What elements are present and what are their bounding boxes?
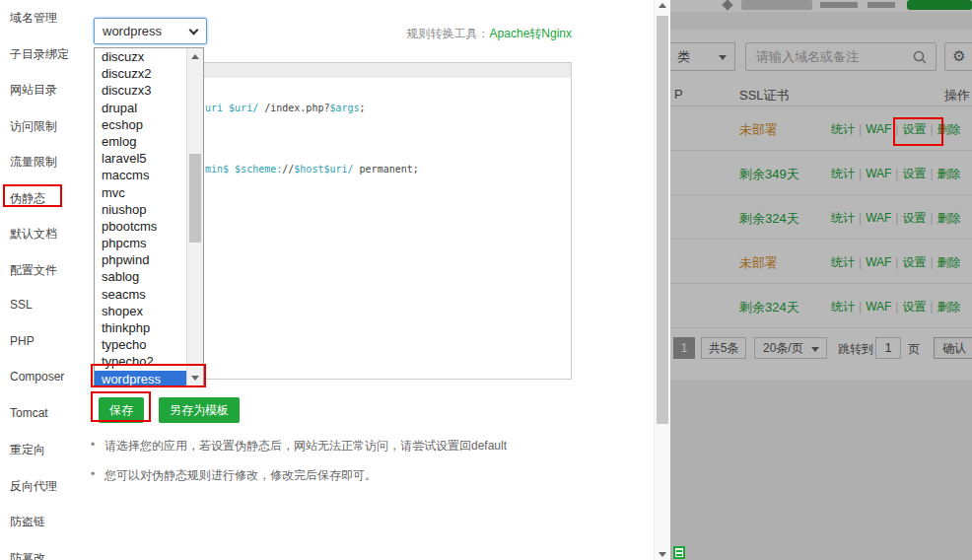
sidebar-item-access[interactable]: 访问限制 xyxy=(10,118,83,136)
sidebar-item-tamperproof[interactable]: 防篡改 xyxy=(10,550,83,560)
dropdown-option[interactable]: thinkphp xyxy=(95,319,186,336)
code-first-line-highlight xyxy=(181,63,571,78)
sidebar-item-default-doc[interactable]: 默认文档 xyxy=(10,226,83,244)
sidebar-item-rewrite[interactable]: 伪静态 xyxy=(10,190,83,208)
sidebar-item-composer[interactable]: Composer xyxy=(10,370,83,387)
dropdown-option[interactable]: phpwind xyxy=(95,251,186,268)
dropdown-option[interactable]: shopex xyxy=(95,303,186,319)
save-button[interactable]: 保存 xyxy=(99,397,144,423)
dropdown-option[interactable]: phpcms xyxy=(95,235,186,251)
dropdown-option[interactable]: laravel5 xyxy=(95,150,186,167)
helper-widget-icon[interactable] xyxy=(673,546,685,559)
dropdown-option[interactable]: sablog xyxy=(95,268,186,285)
sidebar-item-proxy[interactable]: 反向代理 xyxy=(10,478,83,496)
sidebar-item-subdir[interactable]: 子目录绑定 xyxy=(10,46,83,64)
apache-to-nginx-link[interactable]: Apache转Nginx xyxy=(490,27,572,40)
save-as-template-button[interactable]: 另存为模板 xyxy=(159,397,240,423)
site-settings-modal: 域名管理 子目录绑定 网站目录 访问限制 流量限制 伪静态 默认文档 配置文件 … xyxy=(0,0,670,560)
dropdown-option[interactable]: typecho2 xyxy=(95,353,186,370)
app-dropdown-list: discuzx discuzx2 discuzx3 drupal ecshop … xyxy=(94,47,204,386)
sidebar-item-php[interactable]: PHP xyxy=(10,334,83,352)
tip-line: 您可以对伪静态规则进行修改，修改完后保存即可。 xyxy=(91,467,507,484)
dropdown-scrollbar[interactable] xyxy=(186,48,203,385)
scroll-down-icon[interactable] xyxy=(659,552,666,557)
dropdown-option[interactable]: mvc xyxy=(95,184,186,201)
code-line-2: min$ $scheme://$host$uri/ permanent; xyxy=(205,164,419,175)
screen: 域名管理 子目录绑定 网站目录 访问限制 流量限制 伪静态 默认文档 配置文件 … xyxy=(0,0,972,560)
dropdown-scrollbar-thumb[interactable] xyxy=(189,154,201,243)
dropdown-option[interactable]: niushop xyxy=(95,201,186,218)
dropdown-option[interactable]: discuzx xyxy=(95,48,186,65)
scroll-up-icon[interactable] xyxy=(659,3,666,8)
dropdown-option[interactable]: pbootcms xyxy=(95,218,186,235)
modal-dim-overlay xyxy=(670,0,972,560)
rule-converter: 规则转换工具：Apache转Nginx xyxy=(375,26,572,42)
chevron-down-icon xyxy=(189,26,199,35)
dropdown-option[interactable]: emlog xyxy=(95,133,186,150)
dropdown-option-selected[interactable]: wordpress xyxy=(95,371,186,385)
rewrite-rule-editor[interactable]: uri $uri/ /index.php?$args; min$ $scheme… xyxy=(180,62,572,380)
sidebar-item-redirect[interactable]: 重定向 xyxy=(10,442,83,459)
sidebar-item-tomcat[interactable]: Tomcat xyxy=(10,406,83,424)
dropdown-option[interactable]: maccms xyxy=(95,167,186,183)
modal-scrollbar[interactable] xyxy=(654,0,670,560)
app-select-value: wordpress xyxy=(103,24,162,38)
sidebar-item-antileech[interactable]: 防盗链 xyxy=(10,514,83,531)
rule-converter-label: 规则转换工具： xyxy=(407,27,490,40)
dropdown-option[interactable]: typecho xyxy=(95,336,186,353)
modal-scrollbar-thumb[interactable] xyxy=(657,16,668,424)
dropdown-option[interactable]: seacms xyxy=(95,286,186,303)
dropdown-option[interactable]: discuzx3 xyxy=(95,82,186,99)
dropdown-option[interactable]: drupal xyxy=(95,100,186,116)
app-dropdown-options: discuzx discuzx2 discuzx3 drupal ecshop … xyxy=(95,48,186,385)
scroll-up-icon[interactable] xyxy=(187,48,203,64)
dropdown-option[interactable]: discuzx2 xyxy=(95,65,186,82)
app-select[interactable]: wordpress xyxy=(94,18,207,44)
sidebar-item-sitedir[interactable]: 网站目录 xyxy=(10,82,83,100)
code-line-1: uri $uri/ /index.php?$args; xyxy=(205,103,366,113)
sidebar-item-config[interactable]: 配置文件 xyxy=(10,262,83,280)
tip-line: 请选择您的应用，若设置伪静态后，网站无法正常访问，请尝试设置回default xyxy=(91,438,507,455)
tips: 请选择您的应用，若设置伪静态后，网站无法正常访问，请尝试设置回default 您… xyxy=(91,438,507,497)
sidebar-item-traffic[interactable]: 流量限制 xyxy=(10,154,83,172)
scroll-down-icon[interactable] xyxy=(187,370,203,385)
sidebar-item-ssl[interactable]: SSL xyxy=(10,298,83,315)
dropdown-option[interactable]: ecshop xyxy=(95,116,186,133)
sidebar-item-domain[interactable]: 域名管理 xyxy=(10,10,83,28)
